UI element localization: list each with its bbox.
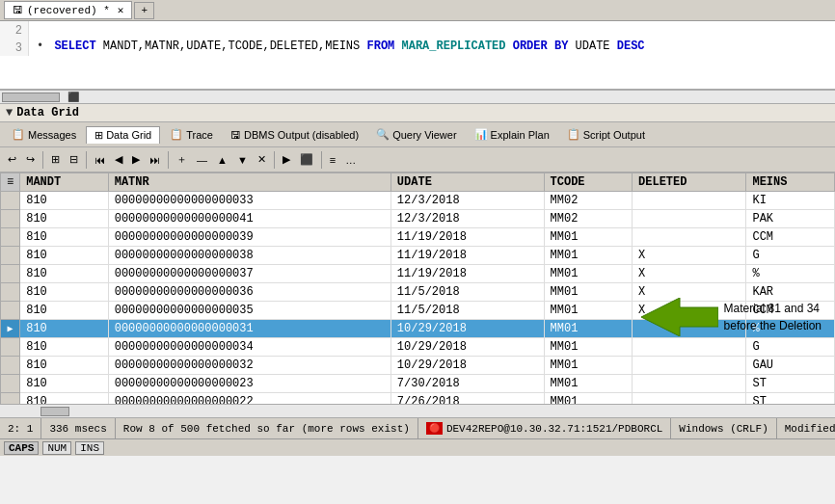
main-tab[interactable]: 🖫 (recovered) * ✕	[4, 1, 132, 19]
table-row[interactable]: 810000000000000000000237/30/2018MM01ST	[1, 375, 835, 393]
cell-tcode: MM01	[544, 357, 633, 375]
tab-explain-plan[interactable]: 📊 Explain Plan	[467, 126, 557, 143]
toolbar-more-btn[interactable]: …	[341, 152, 360, 168]
table-row[interactable]: 810000000000000000000227/26/2018MM01ST	[1, 393, 835, 405]
new-tab-button[interactable]: +	[134, 2, 154, 19]
table-row[interactable]: ▶8100000000000000000003110/29/2018MM01%	[1, 320, 835, 338]
row-indicator-cell	[1, 283, 20, 302]
tab-messages[interactable]: 📋 Messages	[4, 126, 84, 143]
dbms-icon: 🖫	[230, 129, 241, 141]
toolbar-stop-btn[interactable]: ⬛	[296, 151, 317, 168]
cell-matnr: 00000000000000000035	[108, 302, 391, 320]
cell-udate: 7/30/2018	[391, 375, 544, 393]
cell-mandt: 810	[20, 210, 109, 228]
toolbar-remove-btn[interactable]: —	[193, 152, 211, 168]
toolbar-refresh-btn[interactable]: ↩	[4, 151, 20, 168]
table-row[interactable]: 8100000000000000000003711/19/2018MM01X%	[1, 265, 835, 283]
toolbar-grid-btn[interactable]: ⊞	[47, 151, 64, 168]
cell-meins: KAR	[746, 283, 835, 302]
col-indicator-icon: ≡	[7, 175, 13, 189]
toolbar-menu-btn[interactable]: ≡	[326, 152, 339, 168]
toolbar-cols-btn[interactable]: ⊟	[66, 151, 82, 168]
tab-icon: 🖫	[13, 4, 23, 16]
data-table-scroll[interactable]: ≡ MANDT MATNR UDATE TCODE DELETED MEINS …	[0, 172, 835, 404]
cell-meins: PAK	[746, 210, 835, 228]
table-row[interactable]: 8100000000000000000004112/3/2018MM02PAK	[1, 210, 835, 228]
tab-dbms-output[interactable]: 🖫 DBMS Output (disabled)	[223, 127, 366, 143]
col-udate[interactable]: UDATE	[391, 173, 544, 192]
table-row[interactable]: 8100000000000000000003210/29/2018MM01GAU	[1, 357, 835, 375]
cell-deleted	[633, 228, 746, 247]
cell-mandt: 810	[20, 375, 109, 393]
trace-icon: 📋	[170, 128, 183, 141]
row-indicator-cell	[1, 192, 20, 210]
row-indicator-cell	[1, 375, 20, 393]
table-row[interactable]: 8100000000000000000003312/3/2018MM02KI	[1, 192, 835, 210]
row-indicator-cell	[1, 338, 20, 357]
cell-deleted	[633, 210, 746, 228]
table-container: ≡ MANDT MATNR UDATE TCODE DELETED MEINS …	[0, 172, 835, 404]
cell-mandt: 810	[20, 192, 109, 210]
row-indicator-cell	[1, 265, 20, 283]
toolbar-first-btn[interactable]: ⏮	[91, 152, 109, 168]
table-row[interactable]: 8100000000000000000003811/19/2018MM01XG	[1, 247, 835, 265]
col-matnr[interactable]: MATNR	[108, 173, 391, 192]
cell-udate: 10/29/2018	[391, 357, 544, 375]
collapse-icon[interactable]: ▼	[6, 106, 13, 119]
col-deleted[interactable]: DELETED	[633, 173, 746, 192]
status-modified: Modified	[777, 418, 835, 438]
toolbar-redo-btn[interactable]: ↪	[22, 151, 39, 168]
row-indicator-cell	[1, 247, 20, 265]
col-meins[interactable]: MEINS	[746, 173, 835, 192]
toolbar-cancel-btn[interactable]: ✕	[254, 151, 270, 168]
cell-matnr: 00000000000000000037	[108, 265, 391, 283]
cell-meins: G	[746, 338, 835, 357]
cell-deleted	[633, 375, 746, 393]
cell-meins: ST	[746, 375, 835, 393]
table-hscroll[interactable]	[0, 404, 835, 417]
tab-data-grid[interactable]: ⊞ Data Grid	[86, 126, 160, 144]
table-row[interactable]: 8100000000000000000003911/19/2018MM01CCM	[1, 228, 835, 247]
table-hscroll-thumb[interactable]	[40, 407, 69, 416]
row-indicator-cell	[1, 210, 20, 228]
cell-meins: CCM	[746, 228, 835, 247]
toolbar-prev-btn[interactable]: ◀	[111, 151, 126, 168]
data-table: ≡ MANDT MATNR UDATE TCODE DELETED MEINS …	[0, 172, 835, 404]
toolbar-up-btn[interactable]: ▲	[213, 152, 231, 168]
caps-bar: CAPS NUM INS	[0, 438, 835, 456]
cell-matnr: 00000000000000000022	[108, 393, 391, 405]
cell-tcode: MM01	[544, 320, 633, 338]
toolbar-add-btn[interactable]: ＋	[173, 150, 191, 169]
tab-query-viewer[interactable]: 🔍 Query Viewer	[368, 126, 464, 143]
cell-matnr: 00000000000000000032	[108, 357, 391, 375]
data-grid-label-text: Data Grid	[16, 106, 79, 119]
tab-label: (recovered) *	[27, 5, 110, 16]
line-content-2[interactable]	[29, 21, 835, 22]
cell-mandt: 810	[20, 247, 109, 265]
table-row[interactable]: 8100000000000000000003410/29/2018MM01G	[1, 338, 835, 357]
toolbar-sep-3	[168, 151, 169, 169]
table-row[interactable]: 8100000000000000000003511/5/2018MM01XCCM	[1, 302, 835, 320]
cell-tcode: MM01	[544, 393, 633, 405]
line-number-3: 3	[0, 39, 29, 56]
toolbar-run-btn[interactable]: ▶	[279, 151, 294, 168]
line-content-3[interactable]: • SELECT MANDT,MATNR,UDATE,TCODE,DELETED…	[29, 39, 835, 53]
cell-deleted	[633, 320, 746, 338]
toolbar-down-btn[interactable]: ▼	[233, 152, 252, 168]
editor-hscroll[interactable]: ⬛	[0, 91, 835, 104]
toolbar-last-btn[interactable]: ⏭	[146, 152, 164, 168]
toolbar-next-btn[interactable]: ▶	[128, 151, 144, 168]
col-mandt[interactable]: MANDT	[20, 173, 109, 192]
editor-hscroll-thumb[interactable]	[2, 93, 60, 102]
cell-udate: 10/29/2018	[391, 338, 544, 357]
tab-trace[interactable]: 📋 Trace	[162, 126, 221, 143]
cell-matnr: 00000000000000000041	[108, 210, 391, 228]
tab-script-output[interactable]: 📋 Script Output	[559, 126, 653, 143]
col-tcode[interactable]: TCODE	[544, 173, 633, 192]
table-row[interactable]: 8100000000000000000003611/5/2018MM01XKAR	[1, 283, 835, 302]
result-tabs-row: 📋 Messages ⊞ Data Grid 📋 Trace 🖫 DBMS Ou…	[0, 122, 835, 147]
tab-close-icon[interactable]: ✕	[118, 4, 124, 16]
table-body: 8100000000000000000003312/3/2018MM02KI81…	[1, 192, 835, 405]
cell-deleted: X	[633, 265, 746, 283]
cell-deleted: X	[633, 302, 746, 320]
